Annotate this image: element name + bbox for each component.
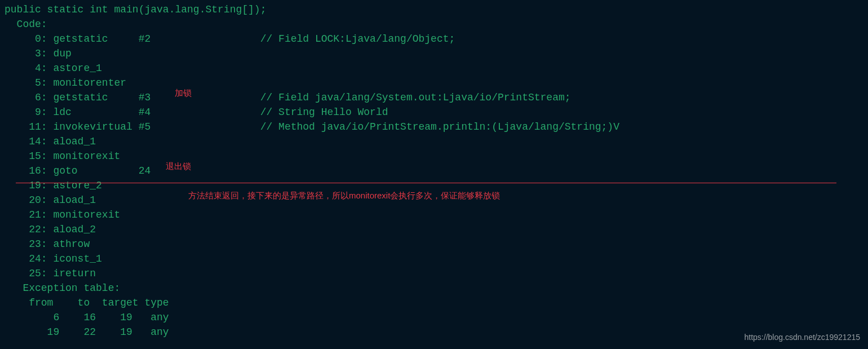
annotation-lock: 加锁 [175, 86, 192, 100]
annotation-unlock: 退出锁 [166, 159, 191, 174]
instr-12: 21: monitorexit [5, 209, 120, 220]
instr-2: 4: astore_1 [5, 63, 102, 74]
exception-table-header: Exception table: [5, 282, 120, 294]
instr-7: 14: aload_1 [5, 136, 96, 147]
annotation-note: 方法结束返回，接下来的是异常路径，所以monitorexit会执行多次，保证能够… [188, 188, 500, 203]
instr-6: 11: invokevirtual #5 // Method java/io/P… [5, 121, 619, 132]
instr-0: 0: getstatic #2 // Field LOCK:Ljava/lang… [5, 33, 455, 45]
instr-9: 16: goto 24 [5, 165, 150, 176]
exception-row-0: 6 16 19 any [5, 312, 169, 323]
method-signature: public static int main(java.lang.String[… [5, 4, 266, 15]
instr-5: 9: ldc #4 // String Hello World [5, 107, 388, 118]
instr-16: 25: ireturn [5, 268, 96, 279]
instr-11: 20: aload_1 [5, 195, 96, 206]
instr-4: 6: getstatic #3 // Field java/lang/Syste… [5, 92, 571, 103]
code-label: Code: [5, 19, 47, 30]
watermark: https://blog.csdn.net/zc19921215 [745, 330, 860, 344]
instr-14: 23: athrow [5, 238, 90, 250]
instr-1: 3: dup [5, 48, 72, 59]
instr-3: 5: monitorenter [5, 77, 126, 89]
separator-line [16, 183, 836, 183]
instr-13: 22: aload_2 [5, 224, 96, 235]
exception-row-1: 19 22 19 any [5, 326, 169, 338]
instr-10: 19: astore_2 [5, 180, 102, 191]
exception-table-columns: from to target type [5, 297, 169, 308]
instr-15: 24: iconst_1 [5, 253, 102, 264]
bytecode-listing: public static int main(java.lang.String[… [5, 2, 619, 339]
instr-8: 15: monitorexit [5, 151, 120, 162]
